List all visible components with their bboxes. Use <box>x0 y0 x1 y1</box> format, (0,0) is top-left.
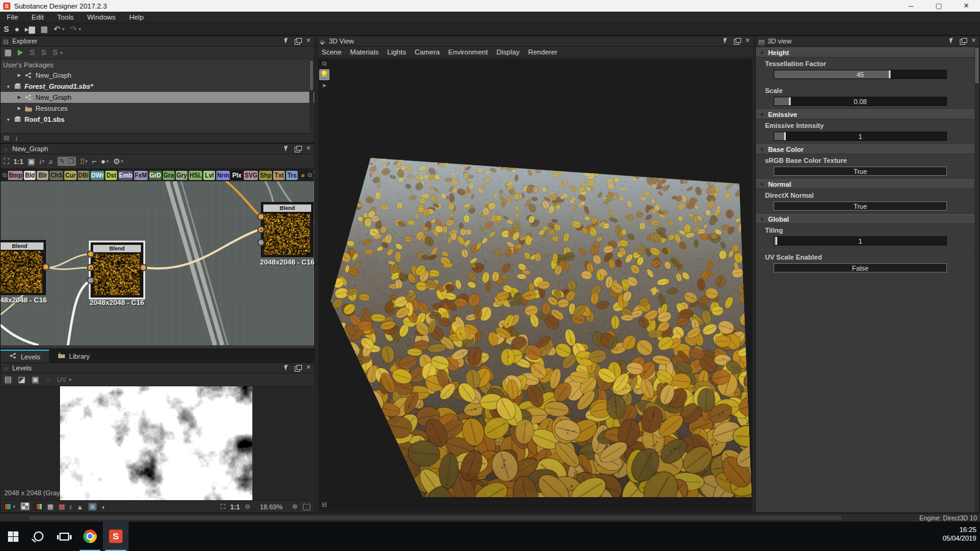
taskbar-clock[interactable]: 16:25 05/04/2019 <box>943 525 976 542</box>
levels-header[interactable]: ⁘ Levels <box>1 363 314 373</box>
layers-icon[interactable]: ▤ <box>4 374 12 385</box>
view3d-menu-scene[interactable]: Scene <box>317 48 346 56</box>
select-tool-icon[interactable] <box>284 146 290 152</box>
collapse-icon[interactable]: ▼ <box>760 147 764 152</box>
expander-icon[interactable]: ▶ <box>17 106 22 111</box>
select-tool-icon[interactable] <box>723 38 729 44</box>
node-tab-hsl[interactable]: HSL <box>189 171 202 180</box>
close-button[interactable]: ✕ <box>952 0 980 12</box>
search-button[interactable] <box>26 522 51 551</box>
graph-link-icon[interactable]: ⁘ <box>45 376 51 384</box>
info-icon[interactable]: i <box>70 503 72 511</box>
tree-item-new-graph[interactable]: ▶New_Graph <box>1 92 314 103</box>
node-tab-nrm[interactable]: Nrm <box>216 171 230 180</box>
close-panel-icon[interactable] <box>745 38 751 44</box>
view3d-menu-materials[interactable]: Materials <box>346 48 383 56</box>
publish3-icon[interactable]: S <box>53 47 58 58</box>
chrome-taskbar-icon[interactable] <box>77 522 103 551</box>
dock-tab-levels[interactable]: Levels <box>1 350 49 362</box>
tabs-overflow[interactable]: » <box>301 171 304 179</box>
select-tool-icon[interactable] <box>949 38 955 44</box>
iray-sphere-icon[interactable]: ● <box>15 24 20 35</box>
menu-file[interactable]: File <box>0 13 25 21</box>
scene-tree-icon[interactable]: ⊟ <box>322 501 327 509</box>
section-height[interactable]: ▼Height <box>756 48 974 58</box>
save-icon[interactable]: ▦ <box>40 24 48 35</box>
timing-dropdown-icon[interactable]: ▾ <box>106 159 108 164</box>
levels-2d-view[interactable]: 2048 x 2048 (Grayscale <box>1 386 314 500</box>
view3d-menu-lights[interactable]: Lights <box>383 48 410 56</box>
filtering-icon[interactable]: ▣ <box>88 503 97 511</box>
close-panel-icon[interactable] <box>306 146 312 152</box>
blend-node-2[interactable]: Blend <box>91 242 143 298</box>
zoom-out-icon[interactable]: ⊖ <box>245 503 251 511</box>
param-directx-normal[interactable]: True <box>774 201 947 211</box>
zoom-tool-icon[interactable]: ⌕ <box>48 156 53 167</box>
undo-dropdown-icon[interactable]: ▾ <box>62 26 64 32</box>
float-panel-icon[interactable] <box>295 146 301 152</box>
close-panel-icon[interactable] <box>306 38 312 44</box>
section-global[interactable]: ▼Global <box>756 214 974 224</box>
float-panel-icon[interactable] <box>734 38 740 44</box>
output-dot[interactable] <box>140 264 147 271</box>
node-tab-svg[interactable]: SVG <box>244 171 258 180</box>
new-node-icon[interactable]: ⧉ <box>2 170 7 181</box>
maximize-button[interactable]: ▢ <box>925 0 952 12</box>
link-create-icon[interactable]: ❒ <box>68 157 74 165</box>
new-substance-icon[interactable]: S <box>4 24 9 35</box>
collapse-icon[interactable]: ▼ <box>760 112 764 118</box>
float-panel-icon[interactable] <box>960 38 966 44</box>
publish2-icon[interactable]: S <box>41 47 47 58</box>
channels-dropdown-icon[interactable]: ▾ <box>13 504 15 509</box>
view3d-menu-environment[interactable]: Environment <box>444 48 492 56</box>
start-button[interactable] <box>0 522 26 551</box>
substance-taskbar-icon[interactable]: S <box>103 522 129 551</box>
expander-icon[interactable]: ▶ <box>17 95 22 100</box>
gradient-icon[interactable] <box>35 503 42 510</box>
node-tab-cur[interactable]: Cur <box>64 171 76 180</box>
param-scale[interactable]: 0.08 <box>774 97 947 106</box>
uv-label[interactable]: UV <box>57 376 66 383</box>
close-panel-icon[interactable] <box>971 38 977 44</box>
tree-item-resources[interactable]: ▶Resources <box>1 103 314 114</box>
view3d-menu-renderer[interactable]: Renderer <box>524 48 562 56</box>
tree-item-new-graph[interactable]: ▶New_Graph <box>1 70 314 81</box>
snapshot-icon[interactable]: ▣ <box>32 374 39 385</box>
explorer-scrollbar[interactable] <box>309 59 314 132</box>
menu-tools[interactable]: Tools <box>50 13 80 21</box>
histogram-icon[interactable]: ▲ <box>77 503 83 511</box>
minimize-button[interactable]: ─ <box>897 0 925 12</box>
node-tab-bld[interactable]: Bld <box>24 171 36 180</box>
snap-dropdown-icon[interactable]: ▾ <box>85 159 88 164</box>
section-base-color[interactable]: ▼Base Color <box>756 144 974 154</box>
close-panel-icon[interactable] <box>306 365 312 371</box>
blend-node-3[interactable]: Blend <box>261 202 314 257</box>
undo-icon[interactable]: ↶ <box>53 24 60 35</box>
zoom-value[interactable]: 18.69% <box>255 503 287 511</box>
input-dot[interactable] <box>257 226 265 233</box>
actual-size-label[interactable]: 1:1 <box>13 158 23 165</box>
viewport-3d[interactable]: ⧉ 💡 ➤ ⊟ <box>318 58 753 512</box>
task-view-button[interactable] <box>51 522 77 551</box>
link-move-icon[interactable]: ✎ <box>59 157 65 165</box>
publish-dropdown-icon[interactable]: ▾ <box>60 50 62 56</box>
param-tessellation-factor[interactable]: 45 <box>774 70 947 79</box>
expander-icon[interactable]: ▶ <box>17 73 22 78</box>
input-dot[interactable] <box>87 277 94 284</box>
menu-help[interactable]: Help <box>123 13 151 21</box>
inspector-scrollbar[interactable] <box>974 47 979 512</box>
param-emissive-intensity[interactable]: 1 <box>774 132 947 141</box>
explorer-header[interactable]: ⊟ Explorer <box>1 36 314 47</box>
graph-canvas[interactable]: Blend 2048x2048 - C16 Blend 2048x2048 - … <box>1 181 314 345</box>
tree-item-roof-01-sbs[interactable]: ▼Roof_01.sbs <box>1 114 314 125</box>
cursor-tool-icon[interactable]: ➤ <box>322 82 326 89</box>
input-dot[interactable] <box>87 264 94 271</box>
colorspace-icon[interactable]: ◐ <box>102 503 106 511</box>
param-tiling[interactable]: 1 <box>774 236 947 246</box>
section-normal[interactable]: ▼Normal <box>756 179 974 189</box>
redo-icon[interactable]: ↷ <box>70 24 77 35</box>
node-tab-dst[interactable]: Dst <box>105 171 117 180</box>
collapse-icon[interactable]: ▼ <box>760 217 764 222</box>
node-tab-blr[interactable]: Blr <box>37 171 48 180</box>
node-tab-dwr[interactable]: DWr <box>91 171 104 180</box>
